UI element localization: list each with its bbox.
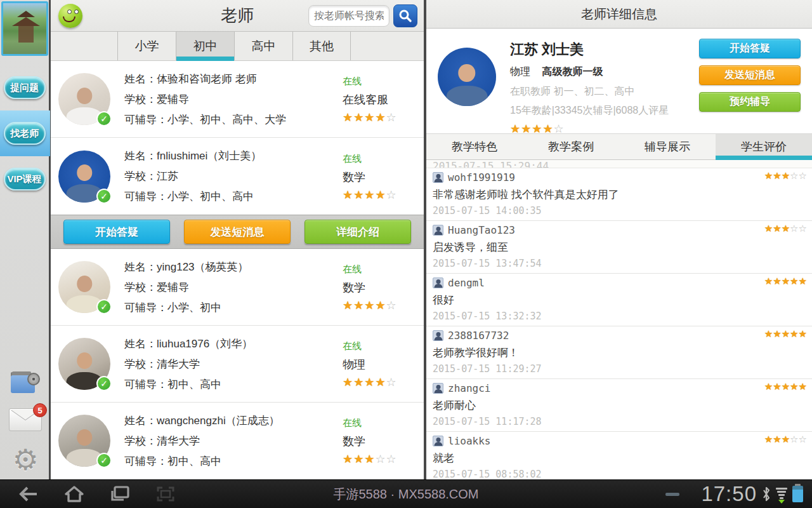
review-username: dengml [448,277,485,289]
fullscreen-button[interactable] [155,485,176,504]
status-cluster[interactable]: 17:50 [665,482,812,506]
messages-mail-icon[interactable]: 5 [9,408,42,431]
app-smiley-logo-icon[interactable] [58,4,82,28]
verified-check-icon: ✓ [96,111,112,126]
back-button[interactable] [18,485,39,504]
teacher-info: 姓名：fnliushimei（刘士美） 学校：江苏 可辅导：小学、初中、高中 [124,149,261,204]
teacher-list-panel: 老师 小学 初中 高中 其他 [51,0,426,479]
user-avatar-icon [433,330,443,341]
review-date: 2015-07-15 11:17:28 [433,416,806,427]
media-folder-icon[interactable] [11,371,40,394]
teacher-subject: 数学 [343,434,412,449]
back-arrow-icon [18,486,39,502]
teacher-card[interactable]: ✓ 姓名：wangchengzhi（汪成志） 学校：清华大学 可辅导：初中、高中… [51,403,424,479]
pavilion-upper-roof-shape [17,11,35,17]
review-date: 2015-07-15 13:32:32 [433,311,806,322]
settings-gear-icon[interactable]: ⚙ [12,445,38,474]
start-qa-button[interactable]: 开始答疑 [63,220,170,244]
teacher-card[interactable]: ✓ 姓名：体验和咨询老师 老师 学校：爱辅导 可辅导：小学、初中、高中、大学 在… [51,61,424,138]
ask-question-button[interactable]: 提问题 [4,76,46,99]
teacher-card[interactable]: ✓ 姓名：ying123（杨英英） 学校：爱辅导 可辅导：小学、初中 在线 数学… [51,249,424,326]
review-username: lioakks [448,435,490,447]
teacher-search-input[interactable] [308,5,390,27]
user-avatar-icon [433,277,443,288]
tab-teaching-features[interactable]: 教学特色 [426,134,523,159]
review-text: 老师耐心 [433,398,806,413]
main-area: 提问题 找老师 VIP课程 5 ⚙ [0,0,812,479]
teacher-subject: 物理 [343,357,412,372]
home-button[interactable] [63,485,85,504]
online-status: 在线 [343,152,412,164]
teacher-card[interactable]: ✓ 姓名：liuhua1976（刘华） 学校：清华大学 可辅导：初中、高中 在线… [51,326,424,403]
pavilion-photo-thumbnail[interactable] [1,1,48,56]
status-clock: 17:50 [701,482,757,506]
review-text: 很好 [433,293,806,307]
teacher-school-line: 学校：清华大学 [124,357,252,371]
review-item: zhangci 老师耐心 2015-07-15 11:17:28 ★★★★★ [426,379,812,432]
review-username: wohf1991919 [448,171,515,184]
review-date: 2015-07-15 11:29:27 [433,363,806,375]
review-rating-stars: ★★★★★ [764,276,807,286]
detail-book-tutoring-button[interactable]: 预约辅导 [699,92,801,112]
tab-other[interactable]: 其他 [292,32,351,60]
nav-ask-question-wrap: 提问题 [0,65,50,110]
user-avatar-icon [433,383,443,394]
online-status: 在线 [343,340,412,352]
search-button[interactable] [393,4,417,27]
review-rating-stars: ★★★★★ [764,382,807,391]
recent-apps-button[interactable] [109,485,131,504]
teacher-avatar: ✓ [58,415,110,467]
detail-start-qa-button[interactable]: 开始答疑 [699,39,801,58]
find-teacher-button[interactable]: 找老师 [4,122,46,145]
vip-course-button[interactable]: VIP课程 [4,168,46,190]
battery-icon [792,486,803,502]
teacher-subject: 在线客服 [343,92,412,107]
detail-tab-bar: 教学特色 教学案例 辅导展示 学生评价 [426,133,812,160]
review-date: 2015-07-15 08:58:02 [433,469,806,479]
user-avatar-icon [433,225,443,236]
detail-subject: 物理 [510,66,530,77]
tab-student-reviews[interactable]: 学生评价 [716,134,812,159]
tab-senior-high[interactable]: 高中 [234,32,292,60]
review-text: 就老 [433,451,806,465]
teacher-list[interactable]: ✓ 姓名：体验和咨询老师 老师 学校：爱辅导 可辅导：小学、初中、高中、大学 在… [51,61,424,479]
detail-intro-button[interactable]: 详细介绍 [304,220,411,244]
teacher-side-info: 在线 在线客服 ★★★★☆ [343,76,412,123]
detail-send-sms-button[interactable]: 发送短消息 [699,65,801,85]
home-icon [64,485,84,503]
sidebar-bottom-icons: 5 ⚙ [0,371,51,474]
teacher-name-line: 姓名：liuhua1976（刘华） [124,337,252,351]
review-user-row: wohf1991919 [433,171,806,184]
verified-check-icon: ✓ [96,453,112,468]
teacher-subject: 数学 [343,280,412,295]
navbar-buttons [0,485,176,504]
tab-tutoring-showcase[interactable]: 辅导展示 [619,134,716,159]
detail-action-buttons: 开始答疑 发送短消息 预约辅导 [699,39,801,112]
nav-vip-course-wrap: VIP课程 [0,156,50,202]
teacher-rating-stars: ★★★★☆ [343,377,412,388]
teacher-info: 姓名：liuhua1976（刘华） 学校：清华大学 可辅导：初中、高中 [124,337,252,392]
tab-primary-school[interactable]: 小学 [117,32,176,60]
review-user-row: dengml [433,277,806,289]
user-avatar-icon [433,436,443,446]
notification-dash-icon [665,493,679,496]
send-sms-button[interactable]: 发送短消息 [184,220,291,244]
mail-unread-badge: 5 [33,403,47,417]
verified-check-icon: ✓ [96,299,112,314]
detail-teacher-name: 江苏 刘士美 [510,40,669,59]
student-review-list[interactable]: 2015-07-15 15:29:44 wohf1991919 非常感谢老师啦 … [426,160,812,479]
teacher-card-selected[interactable]: ✓ 姓名：fnliushimei（刘士美） 学校：江苏 可辅导：小学、初中、高中… [51,138,424,215]
teacher-info: 姓名：ying123（杨英英） 学校：爱辅导 可辅导：小学、初中 [124,260,249,315]
search-area [308,4,424,27]
review-date: 2015-07-15 14:00:35 [433,205,806,217]
review-item: 2388167732 老师教学很好啊！ 2015-07-15 11:29:27 … [426,326,812,379]
review-text: 启发诱导，细至 [433,240,806,255]
tab-teaching-cases[interactable]: 教学案例 [523,134,619,159]
tab-junior-high[interactable]: 初中 [176,32,234,60]
teacher-scope-line: 可辅导：初中、高中 [124,377,252,392]
teacher-rating-stars: ★★★☆☆ [343,453,412,465]
signal-sync-icon [776,487,787,501]
verified-check-icon: ✓ [96,189,112,204]
teacher-name-line: 姓名：wangchengzhi（汪成志） [124,413,280,428]
teacher-side-info: 在线 数学 ★★★★☆ [343,152,412,200]
